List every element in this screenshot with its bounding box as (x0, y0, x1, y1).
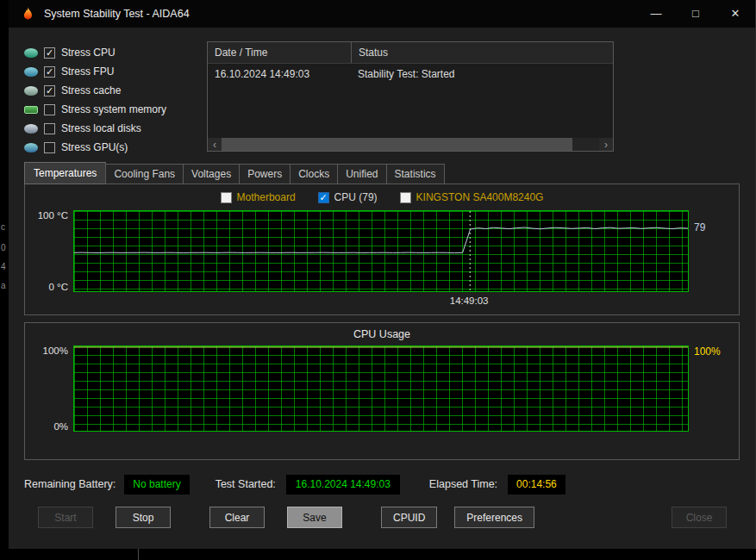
chart-legend: Motherboard CPU (79) KINGSTON SA400M8240… (25, 184, 739, 210)
preferences-button[interactable]: Preferences (454, 507, 534, 528)
event-time-label: 14:49:03 (450, 296, 489, 306)
stress-disks-checkbox[interactable] (44, 123, 55, 134)
stress-option-row: Stress GPU(s) (24, 138, 207, 157)
stress-option-row: Stress local disks (24, 119, 207, 138)
chart-title: CPU Usage (25, 323, 739, 345)
tab-powers[interactable]: Powers (239, 164, 291, 184)
save-button[interactable]: Save (287, 507, 342, 528)
stress-memory-checkbox[interactable] (44, 104, 55, 115)
clear-button[interactable]: Clear (209, 507, 265, 528)
y-axis-labels: 100% 0% (30, 345, 73, 432)
stress-option-label: Stress cache (61, 84, 121, 96)
stress-gpu-checkbox[interactable] (44, 142, 55, 153)
x-axis-label-row: 14:49:03 (30, 294, 734, 311)
y-axis-min-label: 0 °C (49, 282, 69, 292)
edge-glyph: a (1, 281, 6, 290)
current-value-column: 79 (689, 210, 734, 292)
stress-options-panel: Stress CPU Stress FPU Stress cache (24, 41, 207, 153)
stress-option-label: Stress CPU (61, 47, 116, 59)
legend-item-motherboard: Motherboard (221, 191, 296, 203)
legend-checkbox-kingston[interactable] (400, 192, 411, 203)
stress-option-label: Stress local disks (61, 122, 141, 134)
stress-option-row: Stress cache (24, 81, 207, 100)
log-header-row: Date / Time Status (208, 42, 613, 64)
temperature-plot (73, 210, 689, 292)
fpu-icon (24, 67, 38, 77)
log-column-status: Status (351, 42, 613, 63)
legend-item-kingston: KINGSTON SA400M8240G (400, 191, 544, 203)
battery-status-value: No battery (124, 475, 189, 495)
stress-cpu-checkbox[interactable] (44, 47, 55, 59)
minimize-button[interactable]: — (636, 0, 676, 28)
elapsed-time-value: 00:14:56 (508, 475, 565, 495)
window-edge-line (138, 549, 139, 560)
edge-glyph: c (1, 222, 5, 232)
y-axis-labels: 100 °C 0 °C (30, 210, 73, 292)
log-row[interactable]: 16.10.2024 14:49:03 Stability Test: Star… (208, 64, 613, 84)
disk-icon (24, 124, 38, 134)
cpu-usage-chart-row: 100% 0% 100% (25, 345, 739, 432)
log-cell-status: Stability Test: Started (351, 68, 613, 80)
stress-option-row: Stress FPU (24, 62, 207, 81)
test-started-label: Test Started: (216, 478, 276, 490)
tab-cooling-fans[interactable]: Cooling Fans (105, 164, 184, 184)
cpu-usage-value-label: 100% (694, 345, 721, 358)
stress-cache-checkbox[interactable] (44, 85, 55, 96)
stress-option-row: Stress CPU (24, 43, 207, 62)
gpu-icon (24, 143, 38, 152)
legend-checkbox-cpu[interactable] (318, 192, 329, 203)
elapsed-time-label: Elapsed Time: (429, 478, 497, 490)
legend-item-cpu: CPU (79) (318, 191, 378, 203)
desktop-bottom-strip (0, 549, 756, 560)
action-buttons: Start Stop Clear Save CPUID Preferences … (24, 507, 740, 528)
aida64-logo-icon (21, 7, 35, 22)
tab-bar: Temperatures Cooling Fans Voltages Power… (24, 164, 740, 184)
tab-statistics[interactable]: Statistics (386, 164, 445, 184)
current-value-column: 100% (689, 345, 734, 432)
temperature-line-chart (74, 211, 688, 291)
titlebar: System Stability Test - AIDA64 — □ ✕ (9, 0, 755, 28)
scroll-right-button[interactable]: › (599, 138, 613, 151)
tab-clocks[interactable]: Clocks (290, 164, 338, 184)
window-title: System Stability Test - AIDA64 (44, 8, 190, 20)
scrollbar-thumb[interactable] (222, 138, 572, 151)
cache-icon (24, 86, 38, 96)
legend-label: KINGSTON SA400M8240G (416, 191, 544, 203)
scrollbar-track[interactable] (222, 138, 599, 151)
close-test-button: Close (672, 507, 727, 528)
scroll-left-button[interactable]: ‹ (208, 138, 222, 151)
log-empty-area (208, 84, 613, 138)
edge-glyph: 4 (1, 262, 6, 271)
stop-button[interactable]: Stop (116, 507, 171, 528)
close-button[interactable]: ✕ (715, 0, 755, 28)
legend-checkbox-motherboard[interactable] (221, 192, 232, 203)
event-log-table: Date / Time Status 16.10.2024 14:49:03 S… (207, 41, 614, 152)
window-controls: — □ ✕ (636, 0, 755, 28)
battery-label: Remaining Battery: (24, 478, 116, 490)
stress-option-label: Stress GPU(s) (61, 141, 128, 153)
y-axis-max-label: 100 °C (38, 210, 68, 221)
maximize-button[interactable]: □ (676, 0, 715, 28)
top-row: Stress CPU Stress FPU Stress cache (24, 41, 740, 153)
memory-icon (24, 106, 38, 114)
y-axis-min-label: 0% (53, 421, 68, 432)
start-button: Start (38, 507, 93, 528)
stress-fpu-checkbox[interactable] (44, 66, 55, 78)
log-cell-datetime: 16.10.2024 14:49:03 (208, 68, 351, 80)
desktop: c 0 4 a System Stability Test - AIDA64 —… (0, 0, 756, 560)
temperature-chart-panel: Motherboard CPU (79) KINGSTON SA400M8240… (24, 184, 740, 315)
cpuid-button[interactable]: CPUID (381, 507, 437, 528)
app-window: System Stability Test - AIDA64 — □ ✕ Str… (9, 0, 756, 549)
tab-voltages[interactable]: Voltages (183, 164, 240, 184)
edge-glyph: 0 (1, 243, 6, 252)
cpu-usage-line-chart (74, 346, 688, 431)
stress-option-row: Stress system memory (24, 100, 207, 119)
tab-unified[interactable]: Unified (337, 164, 386, 184)
legend-label: CPU (79) (334, 191, 378, 203)
tab-temperatures[interactable]: Temperatures (24, 162, 106, 184)
window-content: Stress CPU Stress FPU Stress cache (9, 41, 755, 528)
log-horizontal-scrollbar[interactable]: ‹ › (208, 138, 613, 151)
status-bar: Remaining Battery: No battery Test Start… (24, 474, 740, 495)
stress-option-label: Stress FPU (61, 65, 114, 78)
stress-option-label: Stress system memory (61, 103, 166, 115)
